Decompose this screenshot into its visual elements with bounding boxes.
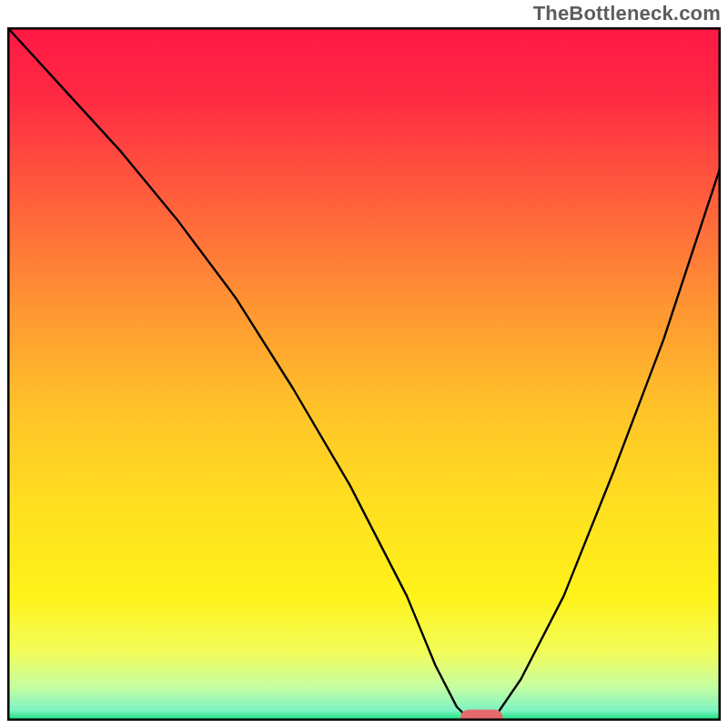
chart-svg <box>7 27 721 721</box>
chart-frame: TheBottleneck.com <box>0 0 728 728</box>
watermark-text: TheBottleneck.com <box>533 2 721 25</box>
gradient-background <box>7 27 721 721</box>
plot-area <box>7 27 721 721</box>
